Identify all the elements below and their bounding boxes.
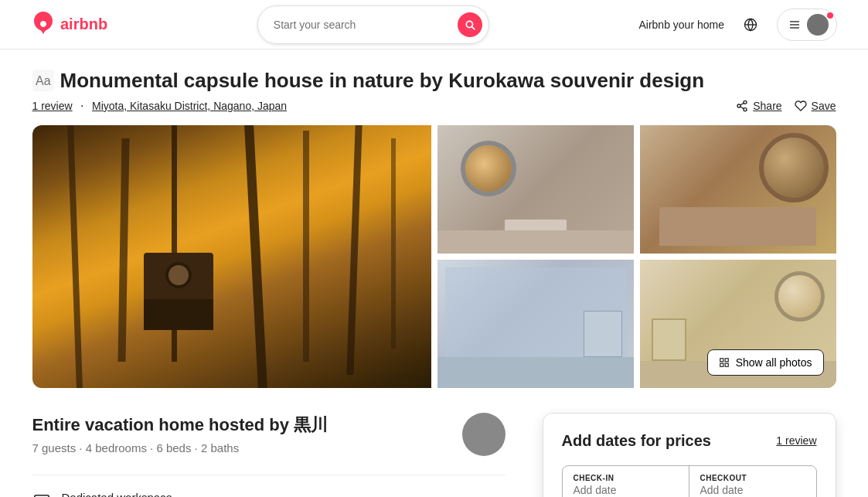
share-label: Share [753,100,781,112]
booking-header: Add dates for prices 1 review [562,432,817,450]
airbnb-logo-icon [31,11,56,39]
language-button[interactable] [737,11,764,39]
svg-rect-16 [720,363,723,366]
page-title: Monumental capsule house in nature by Ku… [60,68,705,94]
search-bar-text: Start your search [274,19,450,31]
subtitle-left: 1 review · Miyota, Kitasaku District, Na… [32,99,288,113]
notification-dot [827,12,833,19]
svg-text:Aa: Aa [36,74,51,87]
date-grid: CHECK-IN Add date CHECKOUT Add date GUES… [562,465,817,497]
workspace-icon [32,492,51,497]
date-row: CHECK-IN Add date CHECKOUT Add date [563,466,816,497]
action-buttons: Share Save [736,100,836,112]
svg-point-10 [737,104,740,107]
header: airbnb Start your search Airbnb your hom… [0,0,868,49]
save-button[interactable]: Save [795,100,836,112]
svg-rect-15 [725,359,728,362]
booking-card: Add dates for prices 1 review CHECK-IN A… [543,413,836,497]
photo-grid-right [437,125,836,388]
logo-text: airbnb [60,15,107,33]
title-section: Aa Monumental capsule house in nature by… [32,68,836,113]
separator: · [80,99,83,112]
booking-title: Add dates for prices [562,432,711,450]
main-content: Aa Monumental capsule house in nature by… [2,49,867,497]
photo-interior-3[interactable] [437,260,634,388]
host-title: Entire vacation home hosted by 黒川 [32,414,328,437]
photo-grid: Show all photos [32,125,836,388]
show-all-photos-label: Show all photos [736,356,812,369]
host-section: Entire vacation home hosted by 黒川 7 gues… [32,413,505,456]
amenity-workspace: Dedicated workspace A common area with w… [32,475,505,497]
svg-line-1 [471,26,474,29]
svg-line-12 [740,107,744,109]
booking-review-link[interactable]: 1 review [776,434,816,447]
svg-point-9 [744,100,747,104]
host-meta: 7 guests · 4 bedrooms · 6 beds · 2 baths [32,441,328,454]
location-link[interactable]: Miyota, Kitasaku District, Nagano, Japan [92,100,287,112]
amenity-workspace-title: Dedicated workspace [62,491,320,497]
svg-point-11 [744,107,747,111]
svg-line-13 [740,103,744,105]
checkin-cell[interactable]: CHECK-IN Add date [563,466,689,497]
photo-interior-1[interactable] [437,125,634,254]
logo[interactable]: airbnb [31,11,107,39]
checkout-cell[interactable]: CHECKOUT Add date [689,466,816,497]
listing-body: Entire vacation home hosted by 黒川 7 gues… [32,413,836,497]
checkout-label: CHECKOUT [700,474,805,482]
save-label: Save [812,100,836,112]
user-avatar [807,14,829,36]
review-link-top[interactable]: 1 review [32,100,73,112]
host-avatar [462,413,505,456]
share-button[interactable]: Share [736,100,781,112]
svg-rect-17 [725,363,728,366]
checkin-value: Add date [574,484,678,496]
show-all-photos-button[interactable]: Show all photos [707,349,824,376]
checkin-label: CHECK-IN [574,474,678,482]
search-bar[interactable]: Start your search [257,5,489,44]
airbnb-home-link[interactable]: Airbnb your home [638,19,724,31]
photo-main[interactable] [32,125,431,388]
user-menu-button[interactable] [777,9,837,41]
photo-interior-2[interactable] [640,125,836,254]
nav-right: Airbnb your home [638,9,837,41]
checkout-value: Add date [700,484,805,496]
search-button[interactable] [458,12,482,37]
listing-left: Entire vacation home hosted by 黒川 7 gues… [32,413,505,497]
translate-icon: Aa [32,70,54,91]
svg-rect-14 [720,359,723,362]
